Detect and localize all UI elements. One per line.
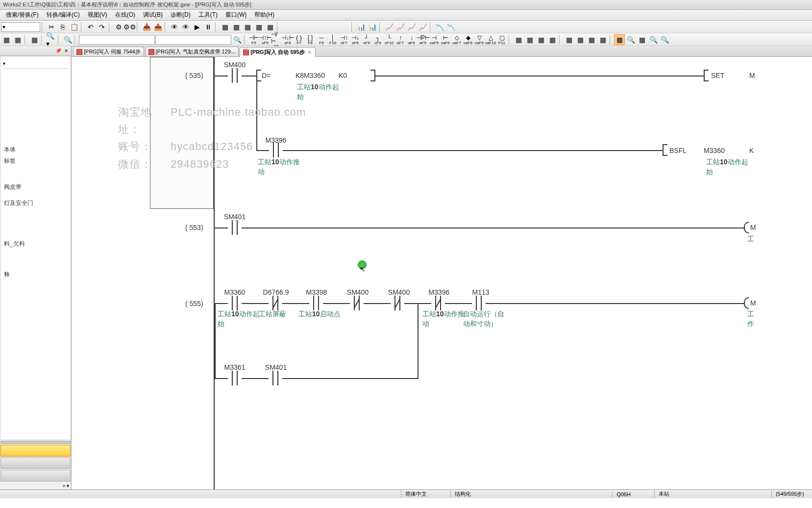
nav-item-1[interactable]: 本体 [3, 144, 68, 155]
tool-n3-icon[interactable]: ▦ [586, 34, 597, 45]
chart-d-icon[interactable]: 📈 [395, 22, 406, 32]
chart-b-icon[interactable]: 📊 [367, 22, 378, 32]
combo-2[interactable] [79, 35, 155, 45]
monitor-icon[interactable]: 👁 [169, 22, 180, 32]
tool-p2-icon[interactable]: 🔍 [625, 34, 636, 45]
contact-sm400[interactable] [228, 68, 242, 83]
chart-e-icon[interactable]: 📈 [406, 22, 417, 32]
fkey-sf5[interactable]: ⊣↑⊢sF5 [260, 34, 271, 45]
combo-1[interactable]: ▾ [1, 22, 40, 32]
contact-sm400b[interactable] [350, 296, 364, 310]
fkey-sf7[interactable]: ⊣↑sF7 [339, 34, 349, 45]
fkey-sf9[interactable]: ┘sF9 [361, 34, 372, 45]
close-icon[interactable]: ✕ [63, 48, 70, 53]
chart-f-icon[interactable]: 📈 [418, 22, 428, 32]
fkey-cf10[interactable]: └cF10 [384, 34, 394, 45]
fkey-f7[interactable]: ( )F7 [294, 34, 304, 45]
nav-item-3[interactable]: 阀皮带 [3, 181, 68, 193]
fkey-sf6[interactable]: ⊣↓⊢sF6 [282, 34, 293, 45]
chart-a-icon[interactable]: 📊 [356, 22, 367, 32]
tree-expand-icon[interactable]: ▾ [3, 61, 5, 66]
nav-item-5[interactable]: 料_欠料 [3, 238, 68, 250]
copy-icon[interactable]: ⎘ [57, 22, 68, 32]
contact-m3396b[interactable] [431, 296, 445, 310]
contact-m3360[interactable] [228, 296, 242, 310]
nav-item-2[interactable]: 标签 [3, 155, 68, 167]
write-icon[interactable]: 📥 [141, 22, 152, 32]
undo-icon[interactable]: ↶ [85, 22, 96, 32]
pin-icon[interactable]: 📌 [54, 48, 63, 53]
contact-sm401b[interactable] [269, 371, 282, 385]
monitor4-icon[interactable]: ⏸ [203, 22, 214, 32]
tab-3[interactable]: [PRG]写入 自动 595步 ✕ [240, 47, 316, 57]
build-all-icon[interactable]: ⚙⚙ [124, 22, 135, 32]
nav-item-6[interactable]: 释 [3, 269, 68, 280]
tool-n4-icon[interactable]: ▦ [597, 34, 608, 45]
menu-window[interactable]: 窗口(W) [221, 10, 250, 20]
tool-m3-icon[interactable]: ▦ [536, 34, 546, 45]
tab-2[interactable]: [PRG]写入 气缸真空阀皮带 129... [145, 47, 239, 56]
menu-help[interactable]: 帮助(H) [250, 10, 278, 20]
monitor2-icon[interactable]: 👁 [180, 22, 191, 32]
ladder-editor[interactable]: 淘宝地址：PLC-machine.taobao.com 账号：hycabcd12… [72, 57, 812, 489]
contact-m3396[interactable] [269, 143, 283, 157]
fkey-caf7[interactable]: ◇caF7 [451, 34, 462, 45]
find-icon[interactable]: 🔍 [62, 34, 73, 45]
menu-online[interactable]: 在线(O) [111, 10, 139, 20]
tool-a-icon[interactable]: ▦ [220, 22, 230, 32]
win-c-icon[interactable]: ▦ [29, 34, 40, 45]
nav-item-4[interactable]: 灯及安全门 [3, 198, 68, 209]
combo-3[interactable] [155, 35, 231, 45]
fkey-af5[interactable]: ⊣P⊢aF5 [418, 34, 428, 45]
nav-more-icon[interactable]: » ▾ [0, 482, 71, 489]
nav-tree[interactable]: ▾ 本体 标签 阀皮带 灯及安全门 料_欠料 释 [0, 56, 71, 440]
win-d-icon[interactable]: 🔍▾ [46, 34, 56, 45]
fkey-f11[interactable]: ▢F11 [496, 34, 507, 45]
contact-sm400c[interactable] [391, 296, 404, 310]
tool-n2-icon[interactable]: ▦ [575, 34, 586, 45]
tab-close-icon[interactable]: ✕ [306, 50, 312, 55]
menu-debug[interactable]: 调试(B) [139, 10, 167, 20]
fkey-caf6[interactable]: ⊢caF6 [440, 34, 451, 45]
tool-d-icon[interactable]: ▦ [253, 22, 264, 32]
fkey-caf9[interactable]: ▽caF9 [474, 34, 485, 45]
menu-view[interactable]: 视图(V) [84, 10, 111, 20]
fkey-af7[interactable]: ↑aF7 [395, 34, 406, 45]
chart-c-icon[interactable]: 📈 [384, 22, 394, 32]
fkey-f9[interactable]: ─F9 [316, 34, 327, 45]
menu-search[interactable]: 搜索/替换(F) [2, 10, 43, 20]
nav-tab-2[interactable] [0, 470, 71, 482]
tool-p3-icon[interactable]: ▦ [637, 34, 647, 45]
tool-m4-icon[interactable]: ▦ [547, 34, 558, 45]
tool-m2-icon[interactable]: ▦ [524, 34, 535, 45]
menu-diag[interactable]: 诊断(D) [167, 10, 195, 20]
contact-d6766[interactable] [269, 296, 282, 310]
cut-icon[interactable]: ✂ [46, 22, 57, 32]
contact-m113[interactable] [472, 296, 486, 310]
go-icon[interactable]: 🔍 [232, 34, 243, 45]
nav-tab-active[interactable] [0, 445, 71, 457]
nav-tab-1[interactable] [0, 457, 71, 469]
menu-convert[interactable]: 转换/编译(C) [43, 10, 84, 20]
fkey-af8[interactable]: ↓aF8 [406, 34, 417, 45]
fkey-f5[interactable]: ⊣⊢F5 [248, 34, 259, 45]
tool-p1-icon[interactable]: ▦ [614, 34, 625, 45]
tool-m1-icon[interactable]: ▦ [513, 34, 524, 45]
fkey-f10[interactable]: │F10 [327, 34, 338, 45]
tool-b-icon[interactable]: ▦ [231, 22, 242, 32]
menu-tool[interactable]: 工具(T) [195, 10, 221, 20]
tool-n1-icon[interactable]: ▦ [564, 34, 574, 45]
contact-sm401[interactable] [228, 220, 242, 235]
tool-p5-icon[interactable]: 🔍 [659, 34, 670, 45]
read-icon[interactable]: 📤 [152, 22, 163, 32]
win-b-icon[interactable]: ▦ [12, 34, 23, 45]
fkey-caf5[interactable]: ⊣caF5 [429, 34, 440, 45]
tool-p4-icon[interactable]: 🔍 [648, 34, 659, 45]
monitor3-icon[interactable]: ▶ [192, 22, 202, 32]
fkey-sf8[interactable]: ⊣↓sF8 [350, 34, 361, 45]
fkey-f8[interactable]: [ ]F8 [305, 34, 316, 45]
tab-1[interactable]: [PRG]写入 伺服 7544步 [73, 47, 144, 56]
fkey-caf10[interactable]: △caF10 [485, 34, 496, 45]
paste-icon[interactable]: 📋 [69, 22, 79, 32]
chart-h-icon[interactable]: 📉 [445, 22, 456, 32]
